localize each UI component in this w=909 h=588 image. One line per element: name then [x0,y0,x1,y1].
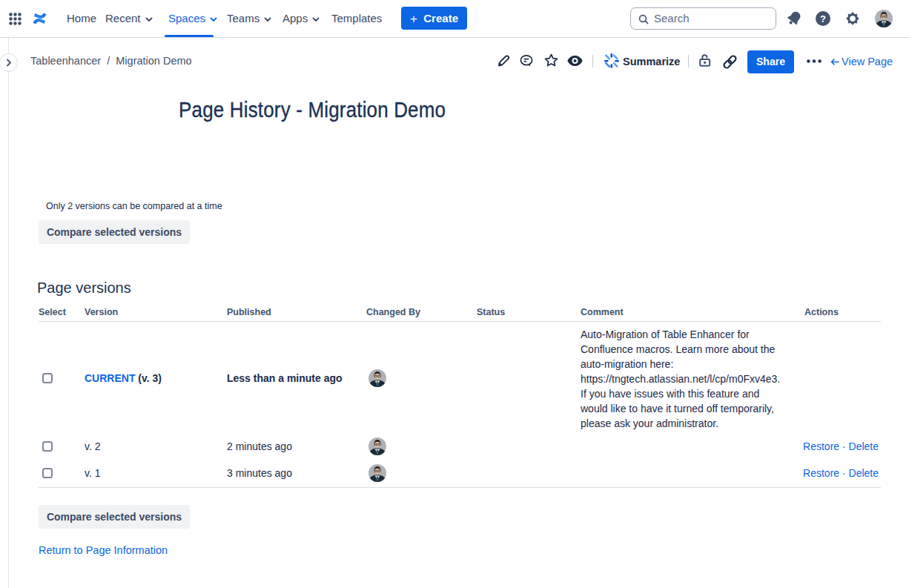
svg-text:?: ? [820,13,826,24]
